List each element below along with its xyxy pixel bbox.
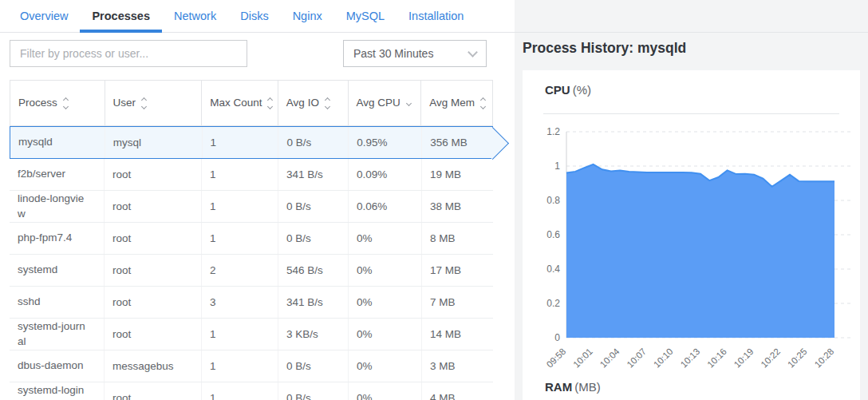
cell-user: root [104,223,201,254]
cell-user: messagebus [104,350,201,382]
svg-text:0: 0 [554,332,560,343]
svg-text:10:13: 10:13 [679,347,702,370]
tab-nginx[interactable]: Nginx [281,0,334,33]
process-history-title: Process History: mysqld [523,40,686,57]
cell-max-count: 1 [201,350,278,382]
tab-mysql[interactable]: MySQL [334,0,397,33]
cell-avg-io: 3 KB/s [278,319,348,350]
process-row-f2b-server[interactable]: f2b/serverroot1341 B/s0.09%19 MB [10,159,493,191]
sort-icon [481,98,485,109]
cell-max-count: 1 [202,127,278,158]
svg-text:10:01: 10:01 [571,347,594,370]
cell-process: systemd-journal [10,319,104,350]
svg-text:0.4: 0.4 [546,263,560,275]
sort-icon [268,98,272,109]
tab-network[interactable]: Network [162,0,228,33]
cell-user: root [104,255,201,286]
tab-overview[interactable]: Overview [8,0,80,33]
process-row-php-fpm7-4[interactable]: php-fpm7.4root10 B/s0%8 MB [10,223,493,255]
process-row-systemd-journal[interactable]: systemd-journalroot13 KB/s0%14 MB [10,319,493,350]
column-header-avg-mem[interactable]: Avg Mem [420,81,492,125]
tab-bar: OverviewProcessesNetworkDisksNginxMySQLI… [8,0,475,33]
tab-disks[interactable]: Disks [228,0,280,33]
cell-avg-io: 0 B/s [278,127,348,158]
cell-max-count: 2 [201,255,278,286]
svg-text:10:25: 10:25 [786,347,809,370]
cpu-y-axis-labels: 00.20.40.60.811.2 [546,126,560,343]
column-label: Max Count [210,96,262,110]
process-table-header: ProcessUserMax CountAvg IOAvg CPUAvg Mem [10,80,493,126]
process-row-dbus-daemon[interactable]: dbus-daemonmessagebus10 B/s0%3 MB [10,350,493,382]
column-header-max-count[interactable]: Max Count [201,81,278,125]
cell-max-count: 3 [201,287,278,318]
process-history-card: CPU(%) 00.20.40.60.811.209:5810:0110:041… [523,70,860,400]
cell-avg-cpu: 0% [348,255,421,286]
svg-text:10:28: 10:28 [813,347,836,370]
ram-graph-title-name: RAM [545,380,572,394]
cell-avg-cpu: 0% [348,382,421,400]
cell-user: root [104,319,201,350]
cell-user: root [104,287,201,318]
process-table: ProcessUserMax CountAvg IOAvg CPUAvg Mem… [10,80,493,400]
cell-process: systemd [10,255,104,286]
cpu-graph-title-unit: (%) [573,83,591,97]
process-filter-input[interactable] [10,40,247,67]
cell-avg-cpu: 0% [348,223,421,254]
sort-icon [326,98,329,109]
column-label: User [113,96,136,110]
cell-avg-cpu: 0.06% [348,191,421,222]
cell-user: mysql [105,127,202,158]
cell-avg-mem: 8 MB [421,223,493,254]
process-row-systemd-logind[interactable]: systemd-logindroot10 B/s0%4 MB [10,382,493,400]
cell-avg-mem: 17 MB [421,255,493,286]
cpu-graph-title-name: CPU [545,83,570,97]
cell-max-count: 1 [201,319,278,350]
time-range-select[interactable]: Past 30 Minutes [343,40,487,67]
cell-process: sshd [10,287,104,318]
svg-text:1: 1 [554,160,560,172]
processes-pane: OverviewProcessesNetworkDisksNginxMySQLI… [0,0,515,400]
cpu-area-series [566,164,834,338]
cell-avg-cpu: 0% [348,350,421,382]
ram-graph-title-unit: (MB) [574,380,601,394]
cell-avg-io: 0 B/s [278,382,348,400]
cell-process: f2b/server [10,159,104,190]
process-row-linode-longview[interactable]: linode-longviewroot10 B/s0.06%38 MB [10,191,493,223]
cell-avg-cpu: 0.09% [348,159,421,190]
cell-avg-io: 0 B/s [278,191,348,222]
process-row-systemd[interactable]: systemdroot2546 B/s0%17 MB [10,255,493,287]
process-table-body: mysqldmysql10 B/s0.95%356 MBf2b/serverro… [10,126,493,400]
column-header-avg-cpu[interactable]: Avg CPU [348,81,421,125]
ram-graph-title: RAM(MB) [545,380,601,394]
svg-text:0.8: 0.8 [546,195,560,206]
cell-max-count: 1 [201,382,278,400]
svg-text:10:16: 10:16 [705,347,728,370]
cpu-graph-divider [543,113,839,114]
svg-text:1.2: 1.2 [546,126,560,137]
column-header-avg-io[interactable]: Avg IO [278,81,348,125]
cell-avg-io: 0 B/s [278,223,348,254]
column-header-process[interactable]: Process [10,81,105,125]
cell-process: dbus-daemon [10,350,104,382]
cpu-x-axis-labels: 09:5810:0110:0410:0710:1010:1310:1610:19… [545,347,836,370]
cell-avg-cpu: 0% [348,287,421,318]
cell-max-count: 1 [201,191,278,222]
cpu-chart: 00.20.40.60.811.209:5810:0110:0410:0710:… [523,118,860,378]
svg-text:10:10: 10:10 [652,347,675,370]
svg-text:09:58: 09:58 [545,347,568,370]
longview-processes-page: OverviewProcessesNetworkDisksNginxMySQLI… [0,0,868,400]
sort-desc-icon [407,101,411,105]
cell-avg-mem: 14 MB [421,319,493,350]
tab-processes[interactable]: Processes [80,0,162,33]
svg-text:10:22: 10:22 [759,347,782,370]
process-history-pane: Process History: mysqld CPU(%) 00.20.40.… [515,0,868,400]
process-row-sshd[interactable]: sshdroot3341 B/s0%7 MB [10,287,493,319]
cell-user: root [104,159,201,190]
cell-avg-io: 0 B/s [278,350,348,382]
process-row-mysqld[interactable]: mysqldmysql10 B/s0.95%356 MB [10,126,493,159]
tab-installation[interactable]: Installation [397,0,475,33]
cell-avg-mem: 38 MB [421,191,493,222]
column-header-user[interactable]: User [105,81,202,125]
chevron-down-icon [468,47,478,57]
cell-process: mysqld [10,127,105,158]
